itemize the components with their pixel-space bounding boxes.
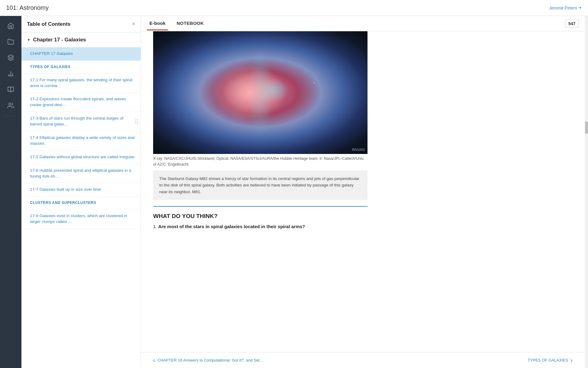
sidebar-item-notebook[interactable] — [3, 83, 18, 96]
section-heading: WHAT DO YOU THINK? — [153, 213, 573, 220]
main-layout: Table of Contents × ▼ Chapter 17 - Galax… — [0, 16, 588, 368]
content-area: E-book NOTEBOOK 547 RIVUXG X-ray: NASA/C… — [141, 16, 585, 368]
toc-item-17-3[interactable]: 17-3 Bars of stars run through the centr… — [21, 112, 141, 131]
sidebar-item-layers[interactable] — [3, 51, 18, 64]
tab-ebook[interactable]: E-book — [147, 17, 168, 30]
scroll-track[interactable] — [585, 16, 588, 368]
toc-item-wrapper-17-3: 17-3 Bars of stars run through the centr… — [21, 112, 141, 131]
toc-content: ▼ Chapter 17 - Galaxies CHAPTER 17 Galax… — [21, 33, 141, 368]
sidebar-item-folder[interactable] — [3, 35, 18, 48]
question-1: 1. Are most of the stars in spiral galax… — [153, 224, 573, 229]
toc-item-17-8[interactable]: 17-8 Galaxies exist in clusters, which a… — [21, 209, 141, 229]
section-divider — [153, 206, 368, 207]
image-caption: X-ray: NASA/CXC/JHU/D.Strickland; Optica… — [153, 156, 368, 167]
galaxy-image: RIVUXG — [153, 31, 368, 154]
toc-close-button[interactable]: × — [132, 21, 135, 27]
next-label: TYPES OF GALAXIES — [528, 358, 568, 362]
toc-item-17-6[interactable]: 17-6 Hubble presented spiral and ellipti… — [21, 164, 141, 183]
sidebar-item-home[interactable] — [3, 19, 18, 33]
svg-point-5 — [9, 103, 11, 105]
watermark: RIVUXG — [352, 148, 365, 151]
user-chevron-icon: ▼ — [579, 6, 582, 10]
bottom-nav: ‹ CHAPTER 16 Answers to Computational, G… — [141, 352, 585, 368]
tab-bar: E-book NOTEBOOK 547 — [141, 16, 585, 31]
toc-item-17-2[interactable]: 17-2 Explosions create flocculent spiral… — [21, 93, 141, 112]
chapter-title: Chapter 17 - Galaxies — [33, 37, 86, 43]
toc-item-17-4[interactable]: 17-4 Elliptical galaxies display a wide … — [21, 131, 141, 151]
question-1-text: Are most of the stars in spiral galaxies… — [158, 224, 305, 229]
user-menu[interactable]: Jerome Peters ▼ — [549, 6, 582, 10]
user-name: Jerome Peters — [549, 6, 577, 10]
nav-next-button[interactable]: TYPES OF GALAXIES › — [528, 357, 573, 364]
watermark-logo: RIVUXG — [352, 148, 365, 151]
toc-panel: Table of Contents × ▼ Chapter 17 - Galax… — [21, 16, 141, 368]
app-title: 101: Astronomy — [6, 4, 49, 11]
tab-notebook[interactable]: NOTEBOOK — [174, 17, 206, 30]
toc-item-17-5[interactable]: 17-5 Galaxies without global structure a… — [21, 151, 141, 164]
sidebar-item-chart[interactable] — [3, 67, 18, 80]
caption-text: The Starburst Galaxy M82 shows a frenzy … — [159, 176, 360, 194]
sidebar-item-users[interactable] — [3, 99, 18, 112]
toc-item-17-1[interactable]: 17-1 For many spiral galaxies, the windi… — [21, 74, 141, 93]
chapter-heading[interactable]: ▼ Chapter 17 - Galaxies — [21, 33, 141, 47]
reading-area[interactable]: RIVUXG X-ray: NASA/CXC/JHU/D.Strickland;… — [141, 31, 585, 352]
chapter-arrow-icon: ▼ — [27, 38, 31, 42]
tab-count[interactable]: 547 — [565, 20, 579, 28]
caption-box: The Starburst Galaxy M82 shows a frenzy … — [153, 171, 368, 200]
toc-item-types[interactable]: TYPES OF GALAXIES — [21, 61, 141, 74]
drag-handle-icon[interactable] — [135, 119, 138, 124]
prev-label: CHAPTER 16 Answers to Computational, Got… — [158, 358, 263, 362]
toc-item-clusters[interactable]: CLUSTERS AND SUPERCLUSTERS — [21, 197, 141, 209]
galaxy-image-container: RIVUXG — [153, 31, 573, 154]
next-arrow-icon: › — [571, 357, 573, 364]
top-header: 101: Astronomy Jerome Peters ▼ — [0, 0, 588, 16]
svg-marker-0 — [8, 55, 13, 58]
sidebar-divider — [6, 116, 15, 116]
scroll-thumb[interactable] — [585, 121, 588, 134]
prev-arrow-icon: ‹ — [153, 357, 155, 364]
toc-header: Table of Contents × — [21, 16, 141, 33]
toc-title: Table of Contents — [27, 21, 70, 27]
toc-item-17-7[interactable]: 17-7 Galaxies built up in size over time — [21, 183, 141, 197]
toc-item-ch17-main[interactable]: CHAPTER 17 Galaxies — [21, 47, 141, 61]
sidebar-icons — [0, 16, 21, 368]
nav-prev-button[interactable]: ‹ CHAPTER 16 Answers to Computational, G… — [153, 357, 263, 364]
